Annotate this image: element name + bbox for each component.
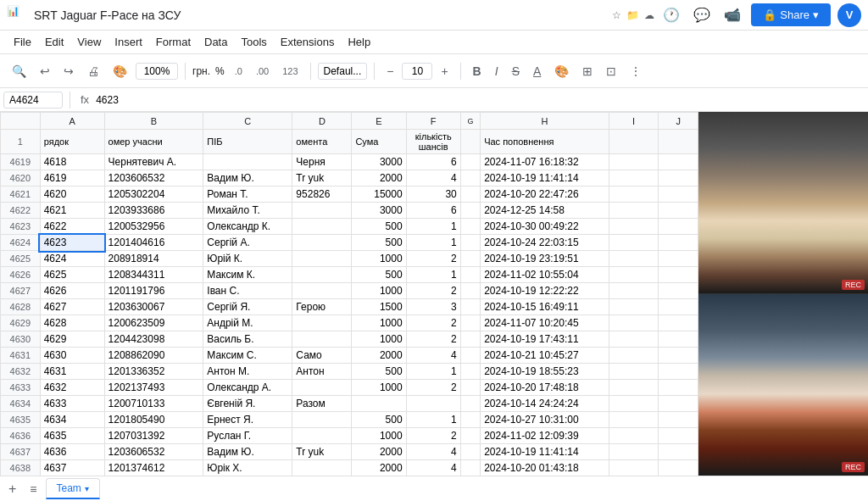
cell-a[interactable]: 4635 [40,428,104,444]
cell-j[interactable] [659,219,698,235]
cell-j[interactable] [659,315,698,331]
header-col-a[interactable]: рядок [40,130,104,154]
cell-g[interactable] [460,412,480,428]
cell-d[interactable] [292,315,352,331]
cell-e[interactable]: 15000 [352,186,406,203]
cell-i[interactable] [609,267,658,283]
cell-a[interactable]: 4630 [40,348,104,364]
row-number[interactable]: 4629 [1,315,41,331]
decimal-increase-button[interactable]: .0 [230,63,248,80]
cell-f[interactable] [406,396,460,412]
col-c-header[interactable]: C [203,113,292,130]
cell-e[interactable]: 500 [352,412,406,428]
cell-e[interactable]: 500 [352,267,406,283]
cell-i[interactable] [609,380,658,396]
cell-h[interactable]: 2024-10-14 24:24:24 [481,396,609,412]
menu-view[interactable]: View [70,34,108,50]
row-number[interactable]: 4633 [1,380,41,396]
undo-button[interactable]: ↩ [35,61,55,81]
cell-c[interactable]: Василь Б. [203,331,292,348]
table-row[interactable]: 46194618Чернятевич А.Черня300062024-11-0… [1,154,698,170]
cell-c[interactable]: Ернест Я. [203,412,292,428]
cell-d[interactable] [292,412,352,428]
cell-b[interactable]: 1208344311 [104,267,203,283]
cell-c[interactable]: Андрій М. [203,315,292,331]
cell-i[interactable] [609,283,658,299]
font-family-selector[interactable]: Defaul... [318,63,368,80]
table-row[interactable]: 463646351207031392Руслан Г.100022024-11-… [1,428,698,444]
cell-i[interactable] [609,154,658,170]
cell-f[interactable]: 2 [406,331,460,348]
cell-i[interactable] [609,428,658,444]
row-number[interactable]: 4621 [1,186,41,203]
cell-g[interactable] [460,380,480,396]
cell-j[interactable] [659,380,698,396]
cell-reference-input[interactable] [3,92,63,109]
cell-d[interactable] [292,267,352,283]
table-row[interactable]: 462946281200623509Андрій М.100022024-11-… [1,315,698,331]
header-col-f[interactable]: кількістьшансів [406,130,460,154]
sheet-tab-team[interactable]: Team ▾ [46,478,100,499]
cell-c[interactable]: Олександр К. [203,219,292,235]
history-icon[interactable]: 🕐 [659,3,683,26]
cell-j[interactable] [659,348,698,364]
cell-c[interactable] [203,154,292,170]
menu-insert[interactable]: Insert [108,34,149,50]
cell-e[interactable]: 1000 [352,428,406,444]
cell-d[interactable]: Tr yuk [292,170,352,186]
cell-g[interactable] [460,235,480,251]
folder-icon[interactable]: 📁 [626,9,639,21]
cell-h[interactable]: 2024-10-21 10:45:27 [481,348,609,364]
cell-a[interactable]: 4633 [40,396,104,412]
formula-input[interactable] [96,94,865,106]
highlight-color-button[interactable]: 🎨 [549,61,574,81]
cell-b[interactable]: 1202137493 [104,380,203,396]
cell-f[interactable]: 1 [406,267,460,283]
table-row[interactable]: 462246211203933686Михайло Т.300062024-12… [1,203,698,219]
search-button[interactable]: 🔍 [7,61,31,81]
bold-button[interactable]: B [468,61,487,81]
menu-file[interactable]: File [7,34,38,50]
cell-h[interactable]: 2024-10-15 16:49:11 [481,299,609,315]
print-button[interactable]: 🖨 [82,61,104,81]
header-col-h[interactable]: Час поповнення [481,130,609,154]
cell-g[interactable] [460,251,480,267]
cell-h[interactable]: 2024-10-19 11:41:14 [481,444,609,460]
cell-h[interactable]: 2024-10-24 22:03:15 [481,235,609,251]
sheet-menu-button[interactable]: ≡ [25,481,42,498]
cell-h[interactable]: 2024-10-20 17:48:18 [481,380,609,396]
cell-a[interactable]: 4627 [40,299,104,315]
cell-h[interactable]: 2024-10-19 18:55:23 [481,364,609,380]
menu-data[interactable]: Data [198,34,234,50]
menu-help[interactable]: Help [341,34,377,50]
video-icon[interactable]: 📹 [721,3,744,26]
cell-h[interactable]: 2024-11-07 16:18:32 [481,154,609,170]
cell-g[interactable] [460,283,480,299]
cell-a[interactable]: 4618 [40,154,104,170]
cell-c[interactable]: Сергій А. [203,235,292,251]
row-number[interactable]: 4624 [1,235,41,251]
cell-b[interactable]: Чернятевич А. [104,154,203,170]
cloud-icon[interactable]: ☁ [644,9,654,21]
format-number-button[interactable]: 123 [277,63,303,80]
cell-b[interactable]: 1203630067 [104,299,203,315]
table-row[interactable]: 46254624208918914Юрій К.100022024-10-19 … [1,251,698,267]
cell-i[interactable] [609,186,658,203]
italic-button[interactable]: I [490,61,504,81]
header-col-e[interactable]: Сума [352,130,406,154]
cell-d[interactable] [292,251,352,267]
cell-f[interactable]: 1 [406,364,460,380]
cell-i[interactable] [609,364,658,380]
col-a-header[interactable]: A [40,113,104,130]
cell-d[interactable]: Антон [292,364,352,380]
cell-f[interactable]: 1 [406,235,460,251]
cell-i[interactable] [609,219,658,235]
cell-f[interactable]: 2 [406,251,460,267]
cell-e[interactable]: 3000 [352,154,406,170]
cell-g[interactable] [460,396,480,412]
paint-format-button[interactable]: 🎨 [108,61,132,81]
header-col-b[interactable]: омер учасни [104,130,203,154]
font-size-input[interactable]: 10 [402,63,432,80]
cell-d[interactable] [292,428,352,444]
cell-i[interactable] [609,299,658,315]
